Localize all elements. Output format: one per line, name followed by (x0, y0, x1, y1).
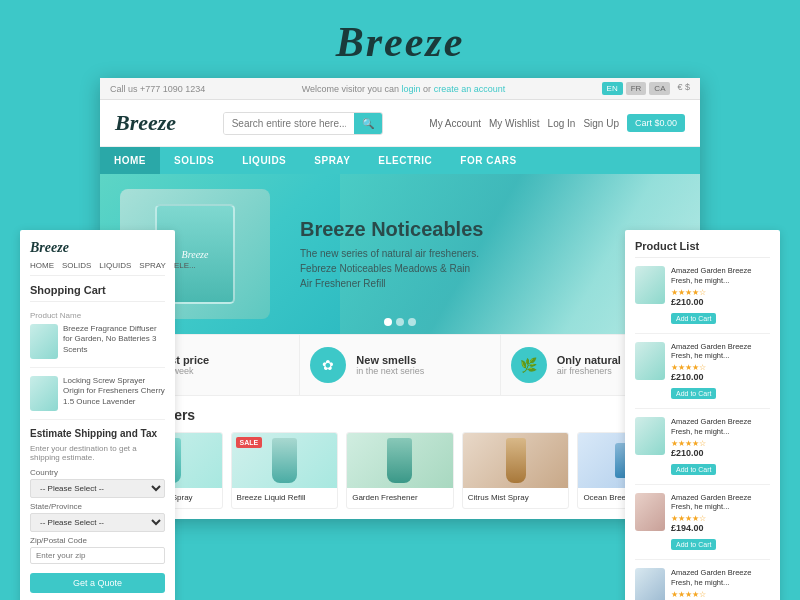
country-row: Country -- Please Select -- (30, 468, 165, 498)
main-navigation: HOME SOLIDS LIQUIDS SPRAY ELECTRIC FOR C… (100, 147, 700, 174)
cart-item-2-text: Locking Screw Sprayer Origin for Freshen… (63, 376, 165, 411)
right-product-5-image (635, 568, 665, 600)
add-to-cart-1[interactable]: Add to Cart (671, 313, 716, 324)
left-panel-logo: Breeze (30, 240, 165, 256)
product-2-bottle (272, 438, 297, 483)
nav-for-cars[interactable]: FOR CARS (446, 147, 530, 174)
state-label: State/Province (30, 502, 165, 511)
product-4-info: Citrus Mist Spray (463, 488, 569, 508)
lang-ca-button[interactable]: CA (649, 82, 670, 95)
product-3-info: Garden Freshener (347, 488, 453, 508)
right-product-4-info: Amazed Garden Breeze Fresh, he might... … (671, 493, 770, 552)
stars-5: ★★★★☆ (671, 590, 770, 599)
currency-symbols: € $ (677, 82, 690, 95)
language-selector: EN FR CA € $ (602, 82, 690, 95)
right-product-2-info: Amazed Garden Breeze Fresh, he might... … (671, 342, 770, 401)
best-sellers-products: SALE Natural Fresh Spray SALE Breeze Liq… (115, 432, 685, 509)
stars-3: ★★★★☆ (671, 439, 770, 448)
state-row: State/Province -- Please Select -- (30, 502, 165, 532)
right-product-item: Amazed Garden Breeze Fresh, he might... … (635, 342, 770, 410)
add-to-cart-4[interactable]: Add to Cart (671, 539, 716, 550)
add-to-cart-2[interactable]: Add to Cart (671, 388, 716, 399)
product-list-title: Product List (635, 240, 770, 258)
welcome-message: Welcome visitor you can login or create … (302, 84, 506, 94)
search-button[interactable]: 🔍 (354, 113, 382, 134)
main-brand-logo: Breeze (336, 19, 465, 65)
country-label: Country (30, 468, 165, 477)
estimate-title: Estimate Shipping and Tax (30, 428, 165, 439)
product-card-3: Garden Freshener (346, 432, 454, 509)
hero-subtitle: The new series of natural air fresheners… (300, 246, 483, 291)
main-browser-window: Call us +777 1090 1234 Welcome visitor y… (100, 78, 700, 519)
hero-dot-2[interactable] (396, 318, 404, 326)
estimate-desc: Enter your destination to get a shipping… (30, 444, 165, 462)
estimate-section: Estimate Shipping and Tax Enter your des… (30, 428, 165, 593)
signup-header-link[interactable]: Sign Up (583, 118, 619, 129)
search-input[interactable] (224, 113, 354, 134)
header-links: My Account My Wishlist Log In Sign Up Ca… (429, 114, 685, 132)
right-product-2-image (635, 342, 665, 380)
zip-row: Zip/Postal Code (30, 536, 165, 564)
right-product-item: Amazed Garden Breeze Fresh, he might... … (635, 568, 770, 600)
product-2-name: Breeze Liquid Refill (237, 493, 333, 503)
product-3-image (347, 433, 453, 488)
shopping-cart-panel: Breeze HOME SOLIDS LIQUIDS SPRAY ELE... … (20, 230, 175, 600)
cart-header-row: Product Name (30, 310, 165, 320)
main-logo-area: Breeze (0, 0, 800, 78)
state-select[interactable]: -- Please Select -- (30, 513, 165, 532)
header-logo: Breeze (115, 110, 176, 136)
right-product-5-info: Amazed Garden Breeze Fresh, he might... … (671, 568, 770, 600)
right-product-item: Amazed Garden Breeze Fresh, he might... … (635, 266, 770, 334)
call-info: Call us +777 1090 1234 (110, 84, 205, 94)
search-box: 🔍 (223, 112, 383, 135)
hero-dot-1[interactable] (384, 318, 392, 326)
stars-2: ★★★★☆ (671, 363, 770, 372)
right-product-3-image (635, 417, 665, 455)
lang-en-button[interactable]: EN (602, 82, 623, 95)
left-panel-nav: HOME SOLIDS LIQUIDS SPRAY ELE... (30, 261, 165, 276)
my-account-link[interactable]: My Account (429, 118, 481, 129)
lang-fr-button[interactable]: FR (626, 82, 647, 95)
new-smells-title: New smells (356, 354, 424, 366)
my-wishlist-link[interactable]: My Wishlist (489, 118, 540, 129)
nav-liquids[interactable]: LIQUIDS (228, 147, 300, 174)
only-natural-icon: 🌿 (511, 347, 547, 383)
product-card-4: Citrus Mist Spray (462, 432, 570, 509)
cart-button[interactable]: Cart $0.00 (627, 114, 685, 132)
sale-badge-2: SALE (236, 437, 263, 448)
product-list-panel: Product List Amazed Garden Breeze Fresh,… (625, 230, 780, 600)
top-info-bar: Call us +777 1090 1234 Welcome visitor y… (100, 78, 700, 100)
only-natural-sub: air fresheners (557, 366, 621, 376)
hero-banner: ‹ Breeze Breeze Noticeables The new seri… (100, 174, 700, 334)
only-natural-title: Only natural (557, 354, 621, 366)
get-quote-button[interactable]: Get a Quote (30, 573, 165, 593)
login-link[interactable]: login (402, 84, 421, 94)
new-smells-icon: ✿ (310, 347, 346, 383)
right-product-3-info: Amazed Garden Breeze Fresh, he might... … (671, 417, 770, 476)
product-card-2: SALE Breeze Liquid Refill (231, 432, 339, 509)
right-product-4-image (635, 493, 665, 531)
feature-new-smells: ✿ New smells in the next series (300, 335, 500, 395)
add-to-cart-3[interactable]: Add to Cart (671, 464, 716, 475)
right-product-item: Amazed Garden Breeze Fresh, he might... … (635, 493, 770, 561)
zip-input[interactable] (30, 547, 165, 564)
nav-home[interactable]: HOME (100, 147, 160, 174)
cart-item-1: Breeze Fragrance Diffuser for Garden, No… (30, 324, 165, 368)
nav-solids[interactable]: SOLIDS (160, 147, 228, 174)
login-header-link[interactable]: Log In (548, 118, 576, 129)
right-product-1-info: Amazed Garden Breeze Fresh, he might... … (671, 266, 770, 325)
country-select[interactable]: -- Please Select -- (30, 479, 165, 498)
nav-electric[interactable]: ELECTRIC (364, 147, 446, 174)
product-4-name: Citrus Mist Spray (468, 493, 564, 503)
hero-content: Breeze Noticeables The new series of nat… (300, 218, 483, 291)
stars-4: ★★★★☆ (671, 514, 770, 523)
hero-dot-3[interactable] (408, 318, 416, 326)
features-strip: 🏷 Best price this week ✿ New smells in t… (100, 334, 700, 396)
new-smells-text: New smells in the next series (356, 354, 424, 376)
create-account-link[interactable]: create an account (434, 84, 506, 94)
product-3-name: Garden Freshener (352, 493, 448, 503)
cart-item-2-image (30, 376, 58, 411)
new-smells-sub: in the next series (356, 366, 424, 376)
nav-spray[interactable]: SPRAY (300, 147, 364, 174)
cart-item-1-image (30, 324, 58, 359)
